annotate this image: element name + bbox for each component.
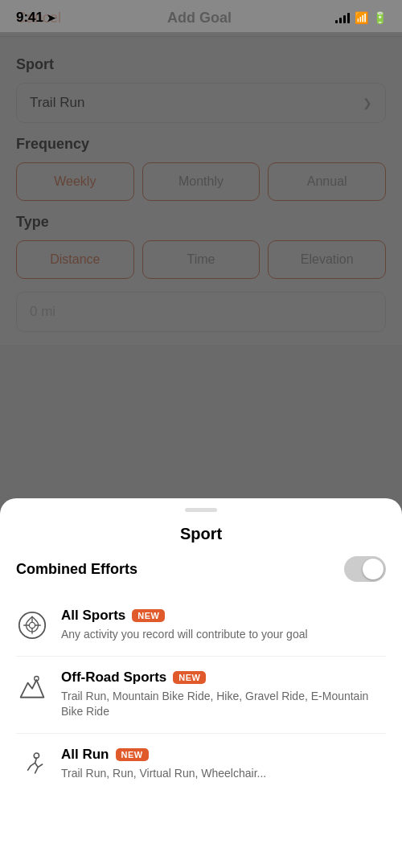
all-run-info: All Run NEW Trail Run, Run, Virtual Run,… [61, 747, 386, 782]
all-sports-badge: NEW [132, 609, 165, 622]
sheet-handle-area[interactable] [0, 498, 402, 518]
signal-icon [335, 12, 350, 23]
toggle-knob [363, 559, 384, 579]
sheet-title: Sport [0, 518, 402, 556]
sheet-handle [185, 508, 217, 512]
bottom-sheet: Sport Combined Efforts All Sports NEW [0, 498, 402, 868]
off-road-badge: NEW [173, 671, 206, 684]
off-road-name-row: Off-Road Sports NEW [61, 669, 386, 686]
dimmed-overlay [0, 0, 402, 514]
time-display: 9:41 [16, 10, 43, 26]
sport-options-list: All Sports NEW Any activity you record w… [0, 595, 402, 794]
sport-option-all-run[interactable]: All Run NEW Trail Run, Run, Virtual Run,… [16, 734, 386, 795]
status-time: 9:41 ➤ [16, 10, 55, 26]
all-sports-name-row: All Sports NEW [61, 608, 386, 624]
wifi-icon: 📶 [355, 11, 368, 24]
all-run-name: All Run [61, 747, 109, 763]
all-sports-icon [16, 609, 48, 641]
all-run-desc: Trail Run, Run, Virtual Run, Wheelchair.… [61, 766, 386, 782]
all-sports-name: All Sports [61, 608, 125, 624]
status-bar: 9:41 ➤ 📶 🔋 [0, 0, 402, 32]
sport-option-all-sports[interactable]: All Sports NEW Any activity you record w… [16, 595, 386, 657]
status-icons: 📶 🔋 [335, 11, 386, 24]
all-run-name-row: All Run NEW [61, 747, 386, 763]
sheet-fade [0, 820, 402, 868]
all-sports-info: All Sports NEW Any activity you record w… [61, 608, 386, 643]
sport-option-off-road[interactable]: Off-Road Sports NEW Trail Run, Mountain … [16, 657, 386, 734]
off-road-info: Off-Road Sports NEW Trail Run, Mountain … [61, 669, 386, 720]
all-run-icon [16, 748, 48, 780]
combined-efforts-row: Combined Efforts [0, 556, 402, 595]
battery-icon: 🔋 [373, 11, 386, 24]
svg-point-3 [34, 753, 39, 758]
svg-point-1 [29, 622, 35, 628]
off-road-name: Off-Road Sports [61, 669, 166, 686]
combined-efforts-label: Combined Efforts [16, 561, 137, 578]
off-road-desc: Trail Run, Mountain Bike Ride, Hike, Gra… [61, 689, 386, 720]
navigation-arrow-icon: ➤ [47, 12, 55, 24]
combined-efforts-toggle[interactable] [344, 556, 386, 582]
all-run-badge: NEW [116, 748, 149, 761]
all-sports-desc: Any activity you record will contribute … [61, 627, 386, 643]
off-road-icon [16, 671, 48, 703]
